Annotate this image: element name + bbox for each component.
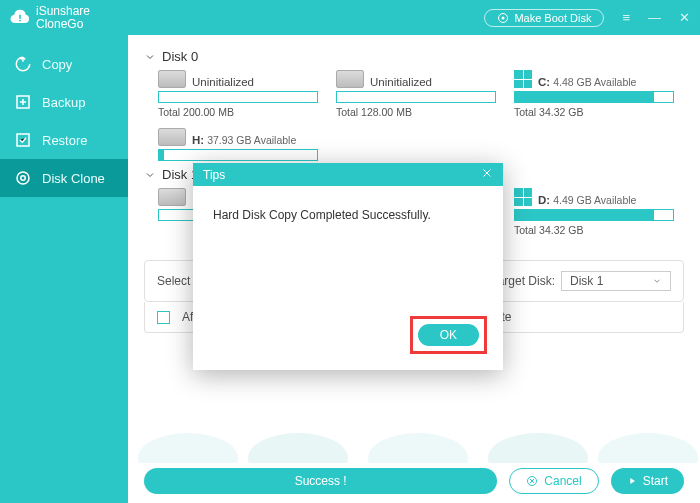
disk1-part-2[interactable]: D:4.49 GB Available Total 34.32 GB <box>514 188 674 236</box>
windows-icon <box>514 70 532 88</box>
target-select[interactable]: Disk 1 <box>561 271 671 291</box>
hdd-icon <box>336 70 364 88</box>
minimize-button[interactable]: — <box>648 10 661 25</box>
cancel-icon <box>526 475 538 487</box>
disk0-title: Disk 0 <box>162 49 198 64</box>
windows-icon <box>514 188 532 206</box>
menu-button[interactable]: ≡ <box>622 10 630 25</box>
modal-title: Tips <box>203 168 225 182</box>
sidebar-item-copy[interactable]: Copy <box>0 45 128 83</box>
modal-close-button[interactable] <box>481 167 493 182</box>
copy-icon <box>14 55 32 73</box>
app-name-2: CloneGo <box>36 18 90 31</box>
sidebar-item-restore[interactable]: Restore <box>0 121 128 159</box>
make-boot-button[interactable]: Make Boot Disk <box>484 9 604 27</box>
app-name-1: iSunshare <box>36 5 90 18</box>
chevron-down-icon <box>144 169 156 181</box>
disc-icon <box>497 12 509 24</box>
cancel-button[interactable]: Cancel <box>509 468 598 494</box>
tips-modal: Tips Hard Disk Copy Completed Successful… <box>193 163 503 370</box>
footer: Success ! Cancel Start <box>128 459 700 503</box>
svg-point-5 <box>21 176 26 181</box>
modal-message: Hard Disk Copy Completed Successfully. <box>213 208 431 222</box>
chevron-down-icon <box>652 276 662 286</box>
sidebar-item-backup[interactable]: Backup <box>0 83 128 121</box>
ok-highlight: OK <box>410 316 487 354</box>
close-button[interactable]: ✕ <box>679 10 690 25</box>
disk0-part-h[interactable]: H:37.93 GB Available <box>158 128 318 161</box>
sidebar-label: Disk Clone <box>42 171 105 186</box>
after-checkbox[interactable] <box>157 311 170 324</box>
titlebar: iSunshare CloneGo Make Boot Disk ≡ — ✕ <box>0 0 700 35</box>
close-icon <box>481 167 493 179</box>
svg-point-4 <box>17 172 29 184</box>
app-logo: iSunshare CloneGo <box>10 5 90 31</box>
make-boot-label: Make Boot Disk <box>514 12 591 24</box>
disk0-part-2[interactable]: C:4.48 GB Available Total 34.32 GB <box>514 70 674 118</box>
backup-icon <box>14 93 32 111</box>
chevron-down-icon <box>144 51 156 63</box>
clone-icon <box>14 169 32 187</box>
progress-bar: Success ! <box>144 468 497 494</box>
sidebar-label: Backup <box>42 95 85 110</box>
svg-point-1 <box>502 16 505 19</box>
sidebar-item-disk-clone[interactable]: Disk Clone <box>0 159 128 197</box>
hdd-icon <box>158 70 186 88</box>
hdd-icon <box>158 188 186 206</box>
sidebar: Copy Backup Restore Disk Clone <box>0 35 128 503</box>
disk0-part-1[interactable]: Uninitialized Total 128.00 MB <box>336 70 496 118</box>
ok-button[interactable]: OK <box>418 324 479 346</box>
disk0-part-0[interactable]: Uninitialized Total 200.00 MB <box>158 70 318 118</box>
disk0-header[interactable]: Disk 0 <box>144 49 684 64</box>
logo-icon <box>10 8 30 28</box>
sidebar-label: Restore <box>42 133 88 148</box>
sidebar-label: Copy <box>42 57 72 72</box>
start-button[interactable]: Start <box>611 468 684 494</box>
hdd-icon <box>158 128 186 146</box>
restore-icon <box>14 131 32 149</box>
play-icon <box>627 476 637 486</box>
